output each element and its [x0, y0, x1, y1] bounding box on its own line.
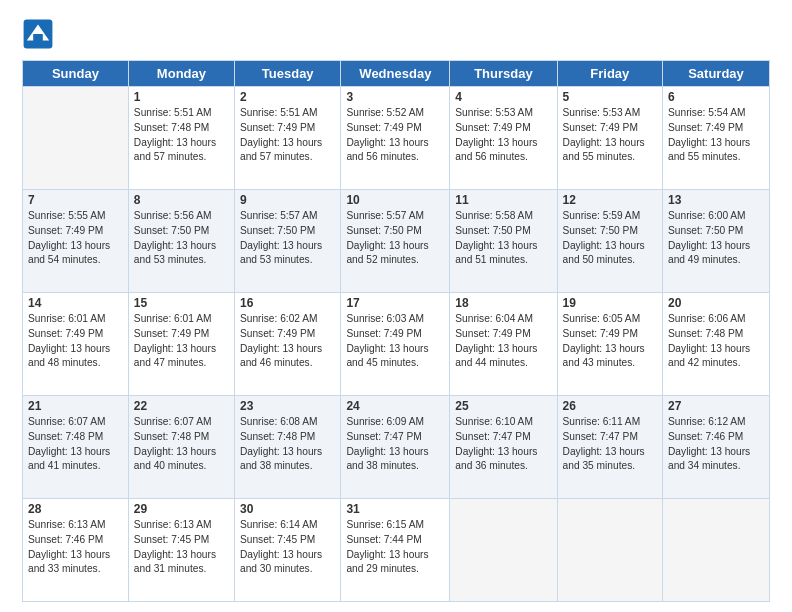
day-info: Sunrise: 6:02 AM Sunset: 7:49 PM Dayligh… [240, 312, 335, 371]
day-number: 29 [134, 502, 229, 516]
calendar-day-cell: 7Sunrise: 5:55 AM Sunset: 7:49 PM Daylig… [23, 190, 129, 293]
day-info: Sunrise: 5:56 AM Sunset: 7:50 PM Dayligh… [134, 209, 229, 268]
day-info: Sunrise: 6:13 AM Sunset: 7:46 PM Dayligh… [28, 518, 123, 577]
calendar-day-header: Friday [557, 61, 662, 87]
day-info: Sunrise: 6:01 AM Sunset: 7:49 PM Dayligh… [28, 312, 123, 371]
day-info: Sunrise: 5:57 AM Sunset: 7:50 PM Dayligh… [240, 209, 335, 268]
day-info: Sunrise: 6:07 AM Sunset: 7:48 PM Dayligh… [134, 415, 229, 474]
day-number: 7 [28, 193, 123, 207]
calendar-day-cell: 26Sunrise: 6:11 AM Sunset: 7:47 PM Dayli… [557, 396, 662, 499]
calendar-day-cell: 12Sunrise: 5:59 AM Sunset: 7:50 PM Dayli… [557, 190, 662, 293]
day-info: Sunrise: 6:10 AM Sunset: 7:47 PM Dayligh… [455, 415, 551, 474]
day-number: 25 [455, 399, 551, 413]
calendar-week-row: 7Sunrise: 5:55 AM Sunset: 7:49 PM Daylig… [23, 190, 770, 293]
day-number: 8 [134, 193, 229, 207]
calendar-day-cell: 1Sunrise: 5:51 AM Sunset: 7:48 PM Daylig… [128, 87, 234, 190]
day-info: Sunrise: 5:59 AM Sunset: 7:50 PM Dayligh… [563, 209, 657, 268]
calendar-week-row: 14Sunrise: 6:01 AM Sunset: 7:49 PM Dayli… [23, 293, 770, 396]
day-number: 12 [563, 193, 657, 207]
day-number: 20 [668, 296, 764, 310]
calendar-day-cell: 30Sunrise: 6:14 AM Sunset: 7:45 PM Dayli… [234, 499, 340, 602]
day-number: 16 [240, 296, 335, 310]
calendar-day-cell: 8Sunrise: 5:56 AM Sunset: 7:50 PM Daylig… [128, 190, 234, 293]
calendar-day-cell: 18Sunrise: 6:04 AM Sunset: 7:49 PM Dayli… [450, 293, 557, 396]
calendar-day-header: Wednesday [341, 61, 450, 87]
day-info: Sunrise: 5:53 AM Sunset: 7:49 PM Dayligh… [455, 106, 551, 165]
day-number: 2 [240, 90, 335, 104]
day-info: Sunrise: 6:12 AM Sunset: 7:46 PM Dayligh… [668, 415, 764, 474]
day-info: Sunrise: 6:13 AM Sunset: 7:45 PM Dayligh… [134, 518, 229, 577]
day-number: 4 [455, 90, 551, 104]
day-number: 3 [346, 90, 444, 104]
calendar-day-cell: 24Sunrise: 6:09 AM Sunset: 7:47 PM Dayli… [341, 396, 450, 499]
calendar-day-cell: 20Sunrise: 6:06 AM Sunset: 7:48 PM Dayli… [663, 293, 770, 396]
calendar-day-cell: 3Sunrise: 5:52 AM Sunset: 7:49 PM Daylig… [341, 87, 450, 190]
calendar-day-cell [23, 87, 129, 190]
calendar-day-cell: 16Sunrise: 6:02 AM Sunset: 7:49 PM Dayli… [234, 293, 340, 396]
day-info: Sunrise: 6:11 AM Sunset: 7:47 PM Dayligh… [563, 415, 657, 474]
calendar-day-cell: 31Sunrise: 6:15 AM Sunset: 7:44 PM Dayli… [341, 499, 450, 602]
day-info: Sunrise: 6:03 AM Sunset: 7:49 PM Dayligh… [346, 312, 444, 371]
day-number: 5 [563, 90, 657, 104]
calendar-day-cell [450, 499, 557, 602]
calendar-week-row: 1Sunrise: 5:51 AM Sunset: 7:48 PM Daylig… [23, 87, 770, 190]
calendar-day-header: Thursday [450, 61, 557, 87]
day-number: 11 [455, 193, 551, 207]
day-info: Sunrise: 5:55 AM Sunset: 7:49 PM Dayligh… [28, 209, 123, 268]
day-number: 13 [668, 193, 764, 207]
calendar-day-cell [663, 499, 770, 602]
day-info: Sunrise: 5:51 AM Sunset: 7:48 PM Dayligh… [134, 106, 229, 165]
calendar-day-cell: 22Sunrise: 6:07 AM Sunset: 7:48 PM Dayli… [128, 396, 234, 499]
calendar-day-cell: 14Sunrise: 6:01 AM Sunset: 7:49 PM Dayli… [23, 293, 129, 396]
day-info: Sunrise: 5:52 AM Sunset: 7:49 PM Dayligh… [346, 106, 444, 165]
logo [22, 18, 58, 50]
calendar-day-cell: 28Sunrise: 6:13 AM Sunset: 7:46 PM Dayli… [23, 499, 129, 602]
calendar-page: SundayMondayTuesdayWednesdayThursdayFrid… [0, 0, 792, 612]
calendar-day-cell: 23Sunrise: 6:08 AM Sunset: 7:48 PM Dayli… [234, 396, 340, 499]
day-info: Sunrise: 5:57 AM Sunset: 7:50 PM Dayligh… [346, 209, 444, 268]
calendar-day-cell: 29Sunrise: 6:13 AM Sunset: 7:45 PM Dayli… [128, 499, 234, 602]
calendar-day-cell: 15Sunrise: 6:01 AM Sunset: 7:49 PM Dayli… [128, 293, 234, 396]
day-number: 23 [240, 399, 335, 413]
day-number: 24 [346, 399, 444, 413]
day-info: Sunrise: 5:58 AM Sunset: 7:50 PM Dayligh… [455, 209, 551, 268]
calendar-day-header: Saturday [663, 61, 770, 87]
day-number: 27 [668, 399, 764, 413]
day-number: 26 [563, 399, 657, 413]
day-number: 30 [240, 502, 335, 516]
day-info: Sunrise: 5:53 AM Sunset: 7:49 PM Dayligh… [563, 106, 657, 165]
calendar-table: SundayMondayTuesdayWednesdayThursdayFrid… [22, 60, 770, 602]
day-info: Sunrise: 6:01 AM Sunset: 7:49 PM Dayligh… [134, 312, 229, 371]
calendar-day-cell: 5Sunrise: 5:53 AM Sunset: 7:49 PM Daylig… [557, 87, 662, 190]
day-number: 9 [240, 193, 335, 207]
header [22, 18, 770, 50]
day-number: 10 [346, 193, 444, 207]
calendar-day-cell: 10Sunrise: 5:57 AM Sunset: 7:50 PM Dayli… [341, 190, 450, 293]
day-number: 21 [28, 399, 123, 413]
day-info: Sunrise: 6:15 AM Sunset: 7:44 PM Dayligh… [346, 518, 444, 577]
day-number: 1 [134, 90, 229, 104]
day-number: 15 [134, 296, 229, 310]
day-number: 17 [346, 296, 444, 310]
logo-icon [22, 18, 54, 50]
calendar-day-cell: 11Sunrise: 5:58 AM Sunset: 7:50 PM Dayli… [450, 190, 557, 293]
day-info: Sunrise: 6:04 AM Sunset: 7:49 PM Dayligh… [455, 312, 551, 371]
calendar-day-header: Sunday [23, 61, 129, 87]
calendar-day-cell: 27Sunrise: 6:12 AM Sunset: 7:46 PM Dayli… [663, 396, 770, 499]
calendar-week-row: 21Sunrise: 6:07 AM Sunset: 7:48 PM Dayli… [23, 396, 770, 499]
day-info: Sunrise: 5:54 AM Sunset: 7:49 PM Dayligh… [668, 106, 764, 165]
calendar-day-cell: 4Sunrise: 5:53 AM Sunset: 7:49 PM Daylig… [450, 87, 557, 190]
day-number: 6 [668, 90, 764, 104]
svg-rect-2 [33, 34, 43, 42]
calendar-day-cell: 19Sunrise: 6:05 AM Sunset: 7:49 PM Dayli… [557, 293, 662, 396]
calendar-day-cell: 9Sunrise: 5:57 AM Sunset: 7:50 PM Daylig… [234, 190, 340, 293]
calendar-week-row: 28Sunrise: 6:13 AM Sunset: 7:46 PM Dayli… [23, 499, 770, 602]
day-info: Sunrise: 6:08 AM Sunset: 7:48 PM Dayligh… [240, 415, 335, 474]
day-number: 18 [455, 296, 551, 310]
calendar-day-header: Tuesday [234, 61, 340, 87]
calendar-day-cell: 2Sunrise: 5:51 AM Sunset: 7:49 PM Daylig… [234, 87, 340, 190]
day-number: 28 [28, 502, 123, 516]
day-info: Sunrise: 6:07 AM Sunset: 7:48 PM Dayligh… [28, 415, 123, 474]
calendar-header-row: SundayMondayTuesdayWednesdayThursdayFrid… [23, 61, 770, 87]
calendar-day-cell: 17Sunrise: 6:03 AM Sunset: 7:49 PM Dayli… [341, 293, 450, 396]
